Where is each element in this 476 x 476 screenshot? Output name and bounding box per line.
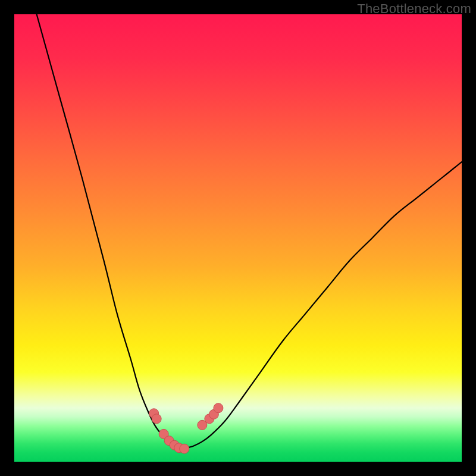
curve-marker [180, 444, 189, 453]
curve-markers-left [149, 409, 189, 453]
curve-marker [214, 403, 223, 413]
curve-marker [152, 414, 161, 424]
curve-right-branch [184, 162, 462, 448]
curve-left-branch [37, 14, 184, 449]
chart-overlay [0, 0, 476, 476]
curve-markers-right [198, 403, 223, 430]
